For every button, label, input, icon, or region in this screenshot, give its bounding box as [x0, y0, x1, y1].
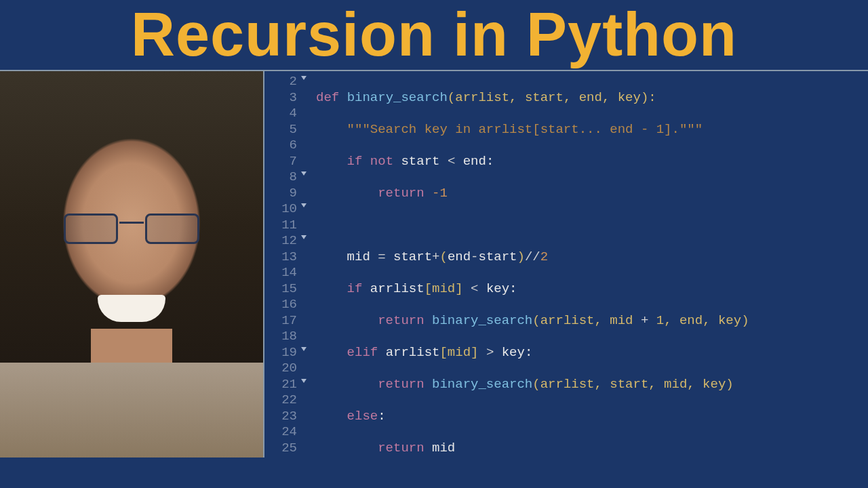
line-number: 25 — [264, 441, 297, 457]
fold-icon[interactable] — [301, 235, 307, 239]
line-number: 16 — [264, 297, 297, 313]
fold-icon[interactable] — [301, 203, 307, 207]
line-number: 23 — [264, 409, 297, 425]
line-number: 7 — [264, 154, 297, 170]
line-number: 10 — [264, 201, 297, 218]
line-number: 9 — [264, 186, 297, 202]
code-line: return binary_search(arrlist, mid + 1, e… — [316, 313, 868, 329]
line-number: 24 — [264, 424, 297, 441]
code-line: if arrlist[mid] < key: — [316, 281, 868, 298]
code-line: """Search key in arrlist[start... end - … — [316, 122, 868, 138]
slide-title: Recursion in Python — [131, 0, 737, 70]
code-line: elif arrlist[mid] > key: — [316, 345, 868, 361]
line-number: 4 — [264, 106, 297, 122]
code-line: return -1 — [316, 186, 868, 202]
line-number: 17 — [264, 313, 297, 329]
code-line: return binary_search(arrlist, start, mid… — [316, 377, 868, 393]
code-area[interactable]: def binary_search(arrlist, start, end, k… — [302, 74, 868, 488]
code-line: mid = start+(end-start)//2 — [316, 249, 868, 266]
line-number: 12 — [264, 233, 297, 249]
line-number: 19 — [264, 345, 297, 361]
fold-icon[interactable] — [301, 76, 307, 80]
line-number: 22 — [264, 392, 297, 409]
code-line: return mid — [316, 441, 868, 457]
content-row: 2345678910111213141516171819202122232425… — [0, 70, 868, 488]
line-number: 6 — [264, 138, 297, 154]
line-number: 8 — [264, 169, 297, 186]
line-number: 13 — [264, 249, 297, 266]
line-number: 15 — [264, 281, 297, 298]
webcam-feed — [0, 71, 264, 458]
line-number: 14 — [264, 265, 297, 281]
code-line: if not start < end: — [316, 154, 868, 170]
code-editor[interactable]: 2345678910111213141516171819202122232425… — [264, 71, 868, 488]
line-number: 11 — [264, 218, 297, 234]
fold-icon[interactable] — [301, 347, 307, 351]
line-number-gutter: 2345678910111213141516171819202122232425 — [264, 74, 302, 488]
line-number: 3 — [264, 90, 297, 106]
code-line: def binary_search(arrlist, start, end, k… — [316, 90, 868, 106]
line-number: 2 — [264, 74, 297, 90]
title-bar: Recursion in Python — [0, 0, 868, 70]
code-line: else: — [316, 409, 868, 425]
fold-icon[interactable] — [301, 171, 307, 176]
line-number: 5 — [264, 122, 297, 138]
line-number: 21 — [264, 377, 297, 393]
code-line — [316, 472, 868, 489]
fold-icon[interactable] — [301, 379, 307, 383]
line-number: 18 — [264, 329, 297, 345]
line-number: 20 — [264, 361, 297, 377]
code-line — [316, 218, 868, 234]
